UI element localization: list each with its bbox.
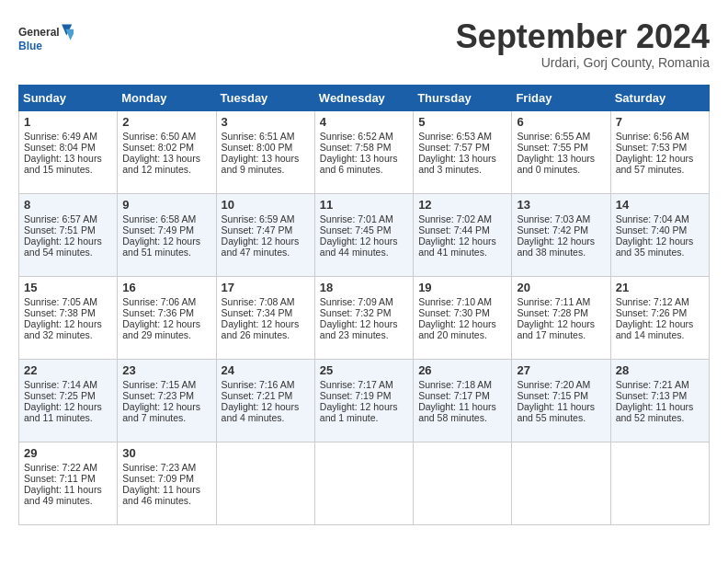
day-info-line: Daylight: 12 hours — [418, 236, 506, 247]
day-info-line: Sunrise: 7:10 AM — [418, 296, 506, 307]
day-info-line: and 6 minutes. — [320, 164, 408, 175]
day-info-line: Sunrise: 7:18 AM — [418, 379, 506, 390]
calendar-cell: 2Sunrise: 6:50 AMSunset: 8:02 PMDaylight… — [118, 110, 216, 193]
weekday-header-saturday: Saturday — [610, 85, 709, 110]
day-number: 28 — [616, 363, 704, 377]
day-info-line: Sunrise: 7:05 AM — [24, 296, 112, 307]
day-info-line: Daylight: 12 hours — [320, 318, 408, 329]
day-info-line: Daylight: 12 hours — [24, 318, 112, 329]
day-info-line: Sunrise: 7:04 AM — [616, 213, 704, 224]
day-number: 1 — [24, 115, 112, 129]
calendar-cell: 9Sunrise: 6:58 AMSunset: 7:49 PMDaylight… — [118, 193, 216, 276]
calendar-cell: 4Sunrise: 6:52 AMSunset: 7:58 PMDaylight… — [314, 110, 413, 193]
day-info-line: Sunrise: 6:57 AM — [24, 213, 112, 224]
day-info-line: Sunrise: 6:55 AM — [517, 131, 605, 142]
day-number: 11 — [320, 198, 408, 212]
calendar-cell: 5Sunrise: 6:53 AMSunset: 7:57 PMDaylight… — [414, 110, 512, 193]
calendar-cell: 8Sunrise: 6:57 AMSunset: 7:51 PMDaylight… — [19, 193, 118, 276]
day-info-line: and 35 minutes. — [616, 247, 704, 258]
day-info-line: Sunset: 7:36 PM — [122, 307, 210, 318]
day-info-line: Sunrise: 6:51 AM — [222, 131, 310, 142]
day-info-line: Sunset: 8:04 PM — [24, 142, 112, 153]
day-info-line: Sunset: 7:23 PM — [122, 390, 210, 401]
calendar-cell: 23Sunrise: 7:15 AMSunset: 7:23 PMDayligh… — [118, 359, 216, 442]
weekday-header-thursday: Thursday — [414, 85, 512, 110]
day-info-line: Sunset: 7:32 PM — [320, 307, 408, 318]
calendar-week-2: 8Sunrise: 6:57 AMSunset: 7:51 PMDaylight… — [19, 193, 710, 276]
day-info-line: and 49 minutes. — [24, 495, 112, 506]
day-info-line: Sunrise: 7:14 AM — [24, 379, 112, 390]
day-info-line: Sunset: 7:09 PM — [122, 473, 210, 484]
day-number: 26 — [418, 363, 506, 377]
day-info-line: and 9 minutes. — [222, 164, 310, 175]
calendar-cell — [512, 442, 610, 524]
day-info-line: Sunrise: 7:15 AM — [122, 379, 210, 390]
day-number: 6 — [517, 115, 605, 129]
day-info-line: Sunset: 7:30 PM — [418, 307, 506, 318]
calendar-cell: 24Sunrise: 7:16 AMSunset: 7:21 PMDayligh… — [216, 359, 314, 442]
day-number: 8 — [24, 198, 112, 212]
weekday-header-tuesday: Tuesday — [216, 85, 314, 110]
day-info-line: and 11 minutes. — [24, 412, 112, 423]
day-info-line: Sunset: 7:57 PM — [418, 142, 506, 153]
day-number: 9 — [122, 198, 210, 212]
day-info-line: Daylight: 11 hours — [418, 401, 506, 412]
day-info-line: Sunset: 7:19 PM — [320, 390, 408, 401]
day-number: 7 — [616, 115, 704, 129]
day-info-line: and 15 minutes. — [24, 164, 112, 175]
day-info-line: Daylight: 12 hours — [222, 318, 310, 329]
day-info-line: Sunset: 7:13 PM — [616, 390, 704, 401]
day-info-line: Sunset: 7:40 PM — [616, 224, 704, 236]
day-info-line: and 44 minutes. — [320, 247, 408, 258]
day-info-line: and 23 minutes. — [320, 329, 408, 340]
day-info-line: Sunset: 7:42 PM — [517, 224, 605, 236]
calendar-cell: 26Sunrise: 7:18 AMSunset: 7:17 PMDayligh… — [414, 359, 512, 442]
day-info-line: Sunrise: 7:06 AM — [122, 296, 210, 307]
day-info-line: Daylight: 12 hours — [320, 236, 408, 247]
day-info-line: Sunset: 7:53 PM — [616, 142, 704, 153]
day-number: 4 — [320, 115, 408, 129]
day-number: 12 — [418, 198, 506, 212]
day-number: 21 — [616, 281, 704, 294]
day-info-line: and 0 minutes. — [517, 164, 605, 175]
day-info-line: and 1 minute. — [320, 412, 408, 423]
day-info-line: Sunrise: 7:16 AM — [222, 379, 310, 390]
day-info-line: and 7 minutes. — [122, 412, 210, 423]
day-info-line: and 26 minutes. — [222, 329, 310, 340]
day-number: 23 — [122, 363, 210, 377]
day-info-line: Daylight: 13 hours — [24, 153, 112, 164]
day-info-line: and 57 minutes. — [616, 164, 704, 175]
day-number: 19 — [418, 281, 506, 294]
day-info-line: Sunrise: 7:12 AM — [616, 296, 704, 307]
day-info-line: Daylight: 13 hours — [517, 153, 605, 164]
calendar-cell: 17Sunrise: 7:08 AMSunset: 7:34 PMDayligh… — [216, 276, 314, 359]
calendar-cell: 21Sunrise: 7:12 AMSunset: 7:26 PMDayligh… — [610, 276, 709, 359]
day-info-line: Sunset: 7:26 PM — [616, 307, 704, 318]
day-info-line: Sunset: 7:28 PM — [517, 307, 605, 318]
calendar-cell: 12Sunrise: 7:02 AMSunset: 7:44 PMDayligh… — [414, 193, 512, 276]
day-info-line: and 41 minutes. — [418, 247, 506, 258]
day-info-line: Sunset: 7:21 PM — [222, 390, 310, 401]
weekday-header-friday: Friday — [512, 85, 610, 110]
day-info-line: and 52 minutes. — [616, 412, 704, 423]
day-info-line: Sunrise: 7:03 AM — [517, 213, 605, 224]
day-info-line: Daylight: 12 hours — [517, 236, 605, 247]
day-number: 16 — [122, 281, 210, 294]
svg-marker-3 — [65, 29, 74, 40]
calendar-week-3: 15Sunrise: 7:05 AMSunset: 7:38 PMDayligh… — [19, 276, 710, 359]
calendar-cell — [414, 442, 512, 524]
header-row: SundayMondayTuesdayWednesdayThursdayFrid… — [19, 85, 710, 110]
day-number: 24 — [222, 363, 310, 377]
calendar-cell: 30Sunrise: 7:23 AMSunset: 7:09 PMDayligh… — [118, 442, 216, 524]
day-info-line: Daylight: 13 hours — [222, 153, 310, 164]
day-info-line: Daylight: 12 hours — [122, 236, 210, 247]
day-info-line: and 20 minutes. — [418, 329, 506, 340]
day-info-line: Sunrise: 7:21 AM — [616, 379, 704, 390]
calendar-cell: 15Sunrise: 7:05 AMSunset: 7:38 PMDayligh… — [19, 276, 118, 359]
calendar-cell: 13Sunrise: 7:03 AMSunset: 7:42 PMDayligh… — [512, 193, 610, 276]
calendar-cell: 6Sunrise: 6:55 AMSunset: 7:55 PMDaylight… — [512, 110, 610, 193]
calendar-cell: 19Sunrise: 7:10 AMSunset: 7:30 PMDayligh… — [414, 276, 512, 359]
calendar-cell: 1Sunrise: 6:49 AMSunset: 8:04 PMDaylight… — [19, 110, 118, 193]
day-info-line: Sunset: 7:25 PM — [24, 390, 112, 401]
calendar-cell — [610, 442, 709, 524]
